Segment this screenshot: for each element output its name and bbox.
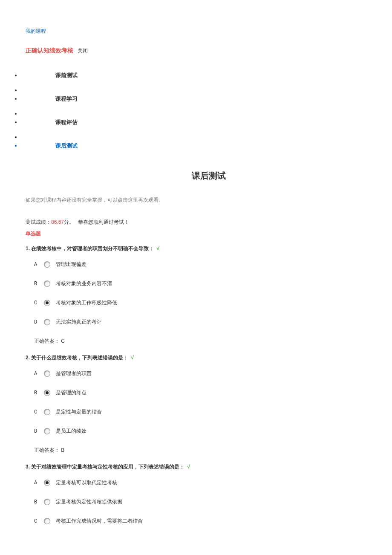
option-letter: D [34, 428, 38, 434]
option-letter: B [34, 390, 38, 396]
question: 2. 关于什么是绩效考核，下列表述错误的是：√A是管理者的职责B是管理的终点C是… [26, 354, 366, 454]
nav-list: 课前测试课程学习课程评估课后测试 [26, 64, 392, 157]
correct-answer: 正确答案： C [26, 338, 366, 345]
check-icon: √ [131, 354, 134, 361]
option-text: 考核对象的业务内容不清 [56, 280, 112, 287]
course-title: 正确认知绩效考核 [26, 47, 73, 55]
radio-icon[interactable] [44, 262, 50, 267]
question-text: 3. 关于对绩效管理中定量考核与定性考核的应用，下列表述错误的是：√ [26, 463, 366, 471]
score-label: 测试成绩： [26, 219, 51, 225]
option-row[interactable]: B定量考核为定性考核提供依据 [34, 498, 366, 506]
check-icon: √ [156, 245, 159, 251]
option-text: 定量考核可以取代定性考核 [56, 479, 117, 486]
option-row[interactable]: A管理出现偏差 [34, 261, 366, 268]
question-type-header: 单选题 [26, 230, 366, 237]
nav-item-eval[interactable]: 课程评估 [21, 111, 392, 134]
review-hint[interactable]: 如果您对课程内容还没有完全掌握，可以点击这里再次观看。 [26, 197, 366, 204]
option-text: 是管理的终点 [56, 389, 86, 396]
radio-icon[interactable] [44, 518, 50, 524]
score-unit: 分。 [64, 219, 74, 225]
close-button[interactable]: 关闭 [78, 47, 88, 55]
option-row[interactable]: B考核对象的业务内容不清 [34, 280, 366, 287]
nav-item-study[interactable]: 课程学习 [21, 87, 392, 110]
nav-item-pre[interactable]: 课前测试 [21, 64, 392, 87]
option-letter: C [34, 409, 38, 415]
option-row[interactable]: C是定性与定量的结合 [34, 408, 366, 416]
option-text: 是员工的绩效 [56, 428, 86, 435]
radio-icon[interactable] [44, 499, 50, 505]
option-text: 是定性与定量的结合 [56, 408, 102, 416]
option-letter: C [34, 518, 38, 524]
my-course-link[interactable]: 我的课程 [26, 28, 392, 35]
radio-icon[interactable] [44, 319, 50, 325]
question: 1. 在绩效考核中，对管理者的职责划分不明确不会导致：√A管理出现偏差B考核对象… [26, 245, 366, 345]
option-row[interactable]: B是管理的终点 [34, 389, 366, 396]
radio-icon[interactable] [44, 390, 50, 396]
radio-icon[interactable] [44, 480, 50, 486]
check-icon: √ [187, 463, 190, 470]
option-text: 考核工作完成情况时，需要将二者结合 [56, 517, 143, 525]
radio-icon[interactable] [44, 300, 50, 306]
option-text: 定量考核为定性考核提供依据 [56, 498, 122, 506]
option-letter: D [34, 319, 38, 325]
score-congrats: 恭喜您顺利通过考试！ [77, 219, 129, 225]
option-text: 无法实施真正的考评 [56, 318, 102, 326]
correct-answer: 正确答案： B [26, 447, 366, 454]
option-letter: A [34, 371, 38, 377]
option-row[interactable]: D无法实施真正的考评 [34, 318, 366, 326]
option-row[interactable]: A是管理者的职责 [34, 370, 366, 377]
question-text: 2. 关于什么是绩效考核，下列表述错误的是：√ [26, 354, 366, 361]
option-row[interactable]: A定量考核可以取代定性考核 [34, 479, 366, 486]
radio-icon[interactable] [44, 281, 50, 286]
nav-item-post[interactable]: 课后测试 [21, 134, 392, 157]
option-text: 考核对象的工作积极性降低 [56, 299, 117, 306]
page-title: 课后测试 [26, 170, 392, 182]
option-letter: A [34, 262, 38, 268]
question-text: 1. 在绩效考核中，对管理者的职责划分不明确不会导致：√ [26, 245, 366, 252]
option-text: 管理出现偏差 [56, 261, 86, 268]
option-text: 是管理者的职责 [56, 370, 92, 377]
option-row[interactable]: C考核对象的工作积极性降低 [34, 299, 366, 306]
question: 3. 关于对绩效管理中定量考核与定性考核的应用，下列表述错误的是：√A定量考核可… [26, 463, 366, 525]
option-letter: A [34, 480, 38, 486]
option-letter: B [34, 499, 38, 505]
radio-icon[interactable] [44, 371, 50, 376]
option-row[interactable]: D是员工的绩效 [34, 428, 366, 435]
radio-icon[interactable] [44, 409, 50, 415]
score-row: 测试成绩：86.67分。 恭喜您顺利通过考试！ [26, 219, 366, 226]
option-letter: B [34, 281, 38, 287]
radio-icon[interactable] [44, 428, 50, 434]
option-row[interactable]: C考核工作完成情况时，需要将二者结合 [34, 517, 366, 525]
score-value: 86.67 [51, 219, 64, 225]
option-letter: C [34, 300, 38, 306]
